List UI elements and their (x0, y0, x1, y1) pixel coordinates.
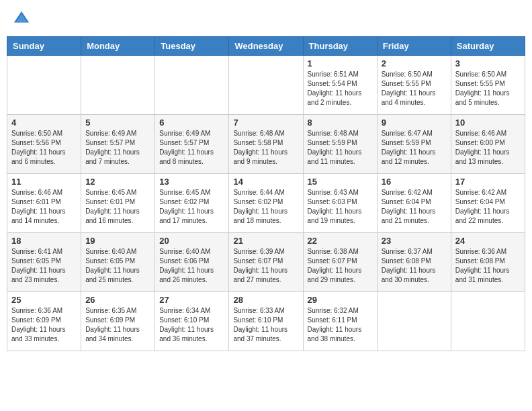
day-info: Sunrise: 6:34 AM Sunset: 6:10 PM Dayligh… (159, 306, 224, 344)
day-number: 6 (159, 118, 224, 128)
day-number: 23 (382, 236, 447, 246)
calendar-cell: 17Sunrise: 6:42 AM Sunset: 6:04 PM Dayli… (451, 174, 525, 233)
day-info: Sunrise: 6:42 AM Sunset: 6:04 PM Dayligh… (455, 188, 521, 226)
day-number: 5 (85, 118, 150, 128)
calendar-cell: 8Sunrise: 6:48 AM Sunset: 5:59 PM Daylig… (303, 115, 377, 174)
day-info: Sunrise: 6:50 AM Sunset: 5:55 PM Dayligh… (455, 70, 521, 107)
calendar-cell: 13Sunrise: 6:45 AM Sunset: 6:02 PM Dayli… (155, 174, 229, 233)
day-number: 13 (159, 177, 224, 187)
column-header-wednesday: Wednesday (229, 37, 303, 56)
day-number: 15 (308, 177, 373, 187)
calendar-week-row: 18Sunrise: 6:41 AM Sunset: 6:05 PM Dayli… (7, 233, 525, 292)
calendar-cell: 7Sunrise: 6:48 AM Sunset: 5:58 PM Daylig… (229, 115, 303, 174)
calendar-cell: 26Sunrise: 6:35 AM Sunset: 6:09 PM Dayli… (81, 292, 155, 351)
calendar-cell: 29Sunrise: 6:32 AM Sunset: 6:11 PM Dayli… (303, 292, 377, 351)
logo (12, 9, 34, 28)
calendar-cell (155, 56, 229, 115)
day-number: 11 (11, 177, 77, 187)
calendar-header-row: SundayMondayTuesdayWednesdayThursdayFrid… (7, 37, 525, 56)
day-info: Sunrise: 6:51 AM Sunset: 5:54 PM Dayligh… (308, 70, 373, 107)
day-info: Sunrise: 6:42 AM Sunset: 6:04 PM Dayligh… (382, 188, 447, 226)
day-info: Sunrise: 6:35 AM Sunset: 6:09 PM Dayligh… (85, 306, 150, 344)
calendar-cell: 14Sunrise: 6:44 AM Sunset: 6:02 PM Dayli… (229, 174, 303, 233)
day-number: 1 (308, 58, 373, 68)
day-number: 28 (233, 295, 298, 305)
day-number: 2 (382, 58, 447, 68)
calendar-cell: 6Sunrise: 6:49 AM Sunset: 5:57 PM Daylig… (155, 115, 229, 174)
calendar-cell: 24Sunrise: 6:36 AM Sunset: 6:08 PM Dayli… (451, 233, 525, 292)
calendar-cell: 28Sunrise: 6:33 AM Sunset: 6:10 PM Dayli… (229, 292, 303, 351)
calendar-cell: 18Sunrise: 6:41 AM Sunset: 6:05 PM Dayli… (7, 233, 81, 292)
column-header-saturday: Saturday (451, 37, 525, 56)
column-header-monday: Monday (81, 37, 155, 56)
header (7, 7, 525, 31)
calendar-cell: 2Sunrise: 6:50 AM Sunset: 5:55 PM Daylig… (377, 56, 451, 115)
calendar-cell: 9Sunrise: 6:47 AM Sunset: 5:59 PM Daylig… (377, 115, 451, 174)
day-number: 21 (233, 236, 298, 246)
day-info: Sunrise: 6:36 AM Sunset: 6:09 PM Dayligh… (11, 306, 77, 344)
calendar-cell: 20Sunrise: 6:40 AM Sunset: 6:06 PM Dayli… (155, 233, 229, 292)
day-number: 26 (85, 295, 150, 305)
day-info: Sunrise: 6:41 AM Sunset: 6:05 PM Dayligh… (11, 247, 77, 285)
day-info: Sunrise: 6:50 AM Sunset: 5:55 PM Dayligh… (382, 70, 447, 107)
day-number: 27 (159, 295, 224, 305)
day-info: Sunrise: 6:49 AM Sunset: 5:57 PM Dayligh… (85, 129, 150, 167)
calendar-cell (229, 56, 303, 115)
calendar-cell: 27Sunrise: 6:34 AM Sunset: 6:10 PM Dayli… (155, 292, 229, 351)
calendar-cell (81, 56, 155, 115)
day-info: Sunrise: 6:44 AM Sunset: 6:02 PM Dayligh… (233, 188, 298, 226)
day-info: Sunrise: 6:48 AM Sunset: 5:58 PM Dayligh… (233, 129, 298, 167)
day-info: Sunrise: 6:33 AM Sunset: 6:10 PM Dayligh… (233, 306, 298, 344)
calendar-cell: 3Sunrise: 6:50 AM Sunset: 5:55 PM Daylig… (451, 56, 525, 115)
day-number: 7 (233, 118, 298, 128)
day-number: 4 (11, 118, 77, 128)
day-number: 25 (11, 295, 77, 305)
day-info: Sunrise: 6:50 AM Sunset: 5:56 PM Dayligh… (11, 129, 77, 167)
day-info: Sunrise: 6:49 AM Sunset: 5:57 PM Dayligh… (159, 129, 224, 167)
calendar-cell: 23Sunrise: 6:37 AM Sunset: 6:08 PM Dayli… (377, 233, 451, 292)
column-header-tuesday: Tuesday (155, 37, 229, 56)
day-number: 9 (382, 118, 447, 128)
day-info: Sunrise: 6:36 AM Sunset: 6:08 PM Dayligh… (455, 247, 521, 285)
day-info: Sunrise: 6:46 AM Sunset: 6:00 PM Dayligh… (455, 129, 521, 167)
calendar-cell (377, 292, 451, 351)
column-header-sunday: Sunday (7, 37, 81, 56)
day-info: Sunrise: 6:43 AM Sunset: 6:03 PM Dayligh… (308, 188, 373, 226)
calendar-cell: 1Sunrise: 6:51 AM Sunset: 5:54 PM Daylig… (303, 56, 377, 115)
day-number: 24 (455, 236, 521, 246)
calendar-cell: 15Sunrise: 6:43 AM Sunset: 6:03 PM Dayli… (303, 174, 377, 233)
day-info: Sunrise: 6:40 AM Sunset: 6:05 PM Dayligh… (85, 247, 150, 285)
calendar-cell: 22Sunrise: 6:38 AM Sunset: 6:07 PM Dayli… (303, 233, 377, 292)
day-info: Sunrise: 6:40 AM Sunset: 6:06 PM Dayligh… (159, 247, 224, 285)
day-number: 14 (233, 177, 298, 187)
calendar-cell: 16Sunrise: 6:42 AM Sunset: 6:04 PM Dayli… (377, 174, 451, 233)
calendar-cell: 12Sunrise: 6:45 AM Sunset: 6:01 PM Dayli… (81, 174, 155, 233)
calendar: SundayMondayTuesdayWednesdayThursdayFrid… (7, 36, 525, 351)
day-number: 16 (382, 177, 447, 187)
day-info: Sunrise: 6:45 AM Sunset: 6:01 PM Dayligh… (85, 188, 150, 226)
calendar-cell: 10Sunrise: 6:46 AM Sunset: 6:00 PM Dayli… (451, 115, 525, 174)
day-info: Sunrise: 6:39 AM Sunset: 6:07 PM Dayligh… (233, 247, 298, 285)
day-info: Sunrise: 6:32 AM Sunset: 6:11 PM Dayligh… (308, 306, 373, 344)
calendar-cell: 11Sunrise: 6:46 AM Sunset: 6:01 PM Dayli… (7, 174, 81, 233)
day-number: 12 (85, 177, 150, 187)
day-number: 18 (11, 236, 77, 246)
day-number: 19 (85, 236, 150, 246)
day-info: Sunrise: 6:37 AM Sunset: 6:08 PM Dayligh… (382, 247, 447, 285)
day-info: Sunrise: 6:45 AM Sunset: 6:02 PM Dayligh… (159, 188, 224, 226)
day-info: Sunrise: 6:48 AM Sunset: 5:59 PM Dayligh… (308, 129, 373, 167)
day-number: 22 (308, 236, 373, 246)
day-number: 8 (308, 118, 373, 128)
day-number: 17 (455, 177, 521, 187)
calendar-cell (451, 292, 525, 351)
column-header-thursday: Thursday (303, 37, 377, 56)
calendar-cell (7, 56, 81, 115)
calendar-week-row: 25Sunrise: 6:36 AM Sunset: 6:09 PM Dayli… (7, 292, 525, 351)
calendar-week-row: 11Sunrise: 6:46 AM Sunset: 6:01 PM Dayli… (7, 174, 525, 233)
calendar-week-row: 1Sunrise: 6:51 AM Sunset: 5:54 PM Daylig… (7, 56, 525, 115)
day-info: Sunrise: 6:46 AM Sunset: 6:01 PM Dayligh… (11, 188, 77, 226)
day-number: 10 (455, 118, 521, 128)
logo-icon (12, 9, 31, 28)
day-number: 29 (308, 295, 373, 305)
calendar-cell: 21Sunrise: 6:39 AM Sunset: 6:07 PM Dayli… (229, 233, 303, 292)
